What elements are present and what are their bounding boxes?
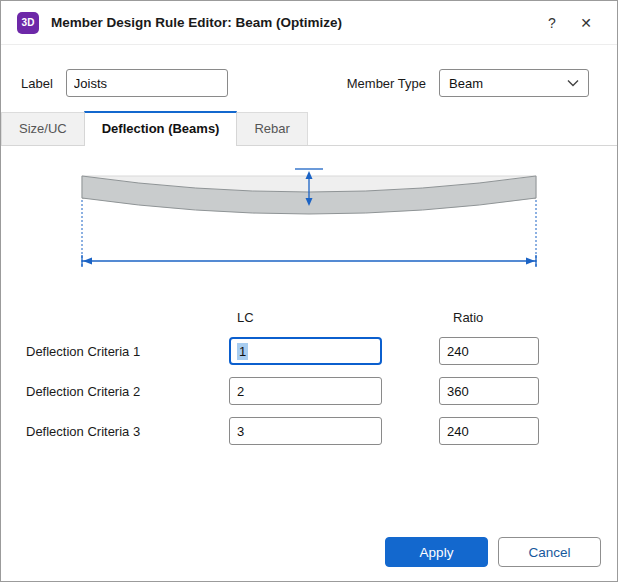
tab-rebar[interactable]: Rebar [236, 112, 307, 145]
member-type-dropdown[interactable]: Beam [439, 69, 589, 97]
lc-value-1-selected: 1 [237, 343, 248, 360]
ratio-input-3[interactable] [439, 417, 539, 445]
deflection-criteria-row-1: Deflection Criteria 1 1 [1, 337, 617, 365]
lc-input-3[interactable] [229, 417, 382, 445]
app-logo-icon: 3D [17, 12, 39, 34]
member-design-rule-editor-dialog: 3D Member Design Rule Editor: Beam (Opti… [0, 0, 618, 582]
help-button[interactable]: ? [535, 8, 569, 38]
footer: Apply Cancel [1, 525, 617, 581]
member-type-value: Beam [449, 76, 483, 91]
beam-deflection-diagram [78, 162, 540, 284]
label-input[interactable] [66, 69, 228, 97]
deflection-criteria-row-3: Deflection Criteria 3 [1, 417, 617, 445]
apply-button[interactable]: Apply [385, 537, 488, 567]
column-header-ratio: Ratio [439, 310, 539, 325]
lc-input-2[interactable] [229, 377, 382, 405]
tab-bar: Size/UC Deflection (Beams) Rebar [1, 111, 617, 146]
label-field-label: Label [21, 76, 53, 91]
chevron-down-icon [567, 79, 579, 87]
window-title: Member Design Rule Editor: Beam (Optimiz… [51, 15, 535, 30]
column-header-lc: LC [229, 310, 382, 325]
member-type-label: Member Type [347, 76, 426, 91]
form-row: Label Member Type Beam [1, 69, 617, 97]
titlebar: 3D Member Design Rule Editor: Beam (Opti… [1, 1, 617, 45]
tab-size-uc[interactable]: Size/UC [1, 112, 85, 145]
row-label-3: Deflection Criteria 3 [26, 424, 229, 439]
lc-input-1[interactable]: 1 [229, 337, 382, 365]
close-button[interactable]: ✕ [569, 8, 603, 38]
tab-deflection-beams[interactable]: Deflection (Beams) [84, 111, 238, 146]
row-label-1: Deflection Criteria 1 [26, 344, 229, 359]
cancel-button[interactable]: Cancel [498, 537, 601, 567]
deflection-criteria-row-2: Deflection Criteria 2 [1, 377, 617, 405]
ratio-input-1[interactable] [439, 337, 539, 365]
row-label-2: Deflection Criteria 2 [26, 384, 229, 399]
criteria-header-row: LC Ratio [1, 310, 617, 325]
app-logo-text: 3D [22, 17, 35, 28]
ratio-input-2[interactable] [439, 377, 539, 405]
